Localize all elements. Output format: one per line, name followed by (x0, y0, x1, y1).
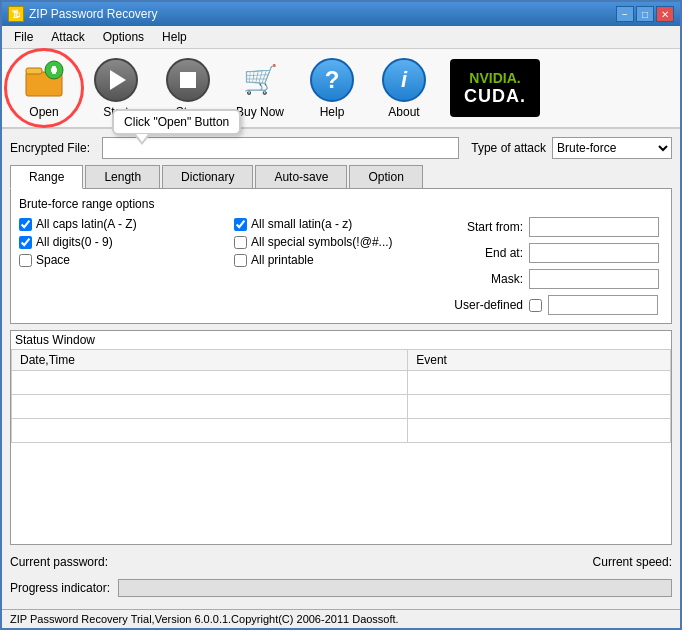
about-icon: i (382, 58, 426, 102)
status-bar: ZIP Password Recovery Trial,Version 6.0.… (2, 609, 680, 628)
cb-space[interactable]: Space (19, 253, 218, 267)
tab-panel-range: Brute-force range options All caps latin… (10, 189, 672, 324)
help-icon: ? (310, 58, 354, 102)
svg-rect-4 (52, 66, 56, 74)
cuda-text: CUDA. (464, 86, 526, 107)
end-at-input[interactable] (529, 243, 659, 263)
tabs-row: Range Length Dictionary Auto-save Option (10, 165, 672, 189)
encrypted-file-input[interactable] (102, 137, 459, 159)
attack-type-select[interactable]: Brute-force Dictionary Smart (552, 137, 672, 159)
end-at-row: End at: (443, 243, 663, 263)
file-row: Encrypted File: Click "Open" Button Type… (10, 137, 672, 159)
menu-file[interactable]: File (6, 28, 41, 46)
brute-inner: All caps latin(A - Z) All small latin(a … (19, 217, 663, 315)
bottom-info: Current password: Current speed: (10, 551, 672, 573)
tab-length[interactable]: Length (85, 165, 160, 188)
status-window-title: Status Window (11, 331, 671, 349)
help-label: Help (320, 105, 345, 119)
brute-right-fields: Start from: End at: Mask: User-defi (443, 217, 663, 315)
help-button[interactable]: ? Help (298, 54, 366, 122)
cb-all-printable[interactable]: All printable (234, 253, 433, 267)
main-content: Encrypted File: Click "Open" Button Type… (2, 129, 680, 609)
mask-row: Mask: (443, 269, 663, 289)
cb-caps-latin[interactable]: All caps latin(A - Z) (19, 217, 218, 231)
svg-rect-1 (26, 68, 42, 74)
status-bar-text: ZIP Password Recovery Trial,Version 6.0.… (10, 613, 399, 625)
tooltip-text: Click "Open" Button (124, 115, 229, 129)
start-from-row: Start from: (443, 217, 663, 237)
col-datetime: Date,Time (12, 350, 408, 371)
status-table: Date,Time Event (11, 349, 671, 443)
cb-digits[interactable]: All digits(0 - 9) (19, 235, 218, 249)
table-row (12, 395, 671, 419)
open-button[interactable]: Open (10, 54, 78, 122)
window-icon: 🗜 (8, 6, 24, 22)
progress-bar-container (118, 579, 672, 597)
about-button[interactable]: i About (370, 54, 438, 122)
tab-auto-save[interactable]: Auto-save (255, 165, 347, 188)
user-defined-input[interactable] (548, 295, 658, 315)
user-defined-checkbox[interactable] (529, 299, 542, 312)
user-defined-row: User-defined (443, 295, 663, 315)
table-cell-event (408, 371, 671, 395)
menu-help[interactable]: Help (154, 28, 195, 46)
title-bar-left: 🗜 ZIP Password Recovery (8, 6, 158, 22)
nvidia-badge: NVIDIA. CUDA. (450, 59, 540, 117)
about-label: About (388, 105, 419, 119)
start-from-label: Start from: (443, 220, 523, 234)
title-controls: − □ ✕ (616, 6, 674, 22)
checkboxes-grid: All caps latin(A - Z) All small latin(a … (19, 217, 433, 267)
tabs-container: Range Length Dictionary Auto-save Option… (10, 165, 672, 324)
tooltip-arrow-inner (136, 134, 148, 142)
start-from-input[interactable] (529, 217, 659, 237)
open-label: Open (29, 105, 58, 119)
status-window: Status Window Date,Time Event (10, 330, 672, 545)
col-event: Event (408, 350, 671, 371)
buy-now-icon: 🛒 (238, 58, 282, 102)
tab-option[interactable]: Option (349, 165, 422, 188)
user-defined-label: User-defined (443, 298, 523, 312)
brute-section-label: Brute-force range options (19, 197, 663, 211)
table-cell-datetime (12, 419, 408, 443)
attack-type-label: Type of attack (471, 141, 546, 155)
table-cell-datetime (12, 395, 408, 419)
open-button-wrapper: Open (10, 54, 78, 122)
cb-small-latin[interactable]: All small latin(a - z) (234, 217, 433, 231)
table-row (12, 419, 671, 443)
open-icon (22, 58, 66, 102)
table-cell-datetime (12, 371, 408, 395)
file-input-container: Click "Open" Button (102, 137, 459, 159)
minimize-button[interactable]: − (616, 6, 634, 22)
table-cell-event (408, 419, 671, 443)
progress-indicator-label: Progress indicator: (10, 581, 110, 595)
menu-options[interactable]: Options (95, 28, 152, 46)
main-window: 🗜 ZIP Password Recovery − □ ✕ File Attac… (0, 0, 682, 630)
window-title: ZIP Password Recovery (29, 7, 158, 21)
end-at-label: End at: (443, 246, 523, 260)
title-bar: 🗜 ZIP Password Recovery − □ ✕ (2, 2, 680, 26)
menu-bar: File Attack Options Help (2, 26, 680, 49)
current-password-label: Current password: (10, 555, 108, 569)
start-icon (94, 58, 138, 102)
mask-label: Mask: (443, 272, 523, 286)
brute-checkboxes: All caps latin(A - Z) All small latin(a … (19, 217, 433, 315)
stop-icon (166, 58, 210, 102)
cb-special-symbols[interactable]: All special symbols(!@#...) (234, 235, 433, 249)
buy-now-label: Buy Now (236, 105, 284, 119)
table-row (12, 371, 671, 395)
tab-dictionary[interactable]: Dictionary (162, 165, 253, 188)
maximize-button[interactable]: □ (636, 6, 654, 22)
close-button[interactable]: ✕ (656, 6, 674, 22)
tab-range[interactable]: Range (10, 165, 83, 189)
encrypted-file-label: Encrypted File: (10, 141, 90, 155)
current-speed-label: Current speed: (593, 555, 672, 569)
tooltip-box: Click "Open" Button (112, 109, 241, 135)
progress-row: Progress indicator: (10, 579, 672, 597)
toolbar: Open Start Stop 🛒 (2, 49, 680, 129)
table-cell-event (408, 395, 671, 419)
mask-input[interactable] (529, 269, 659, 289)
attack-type-section: Type of attack Brute-force Dictionary Sm… (471, 137, 672, 159)
menu-attack[interactable]: Attack (43, 28, 92, 46)
nvidia-text: NVIDIA. (469, 70, 520, 86)
